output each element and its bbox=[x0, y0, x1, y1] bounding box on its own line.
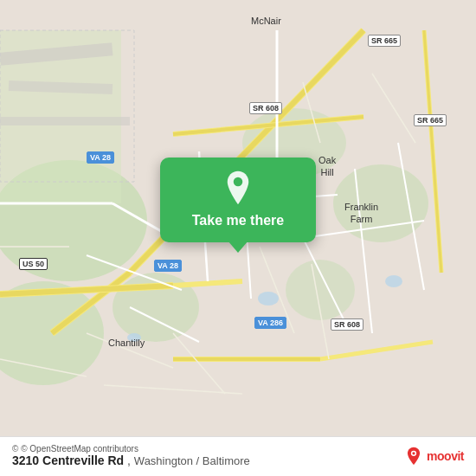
svg-point-52 bbox=[413, 452, 415, 454]
cta-label: Take me there bbox=[192, 213, 284, 228]
address-region: Washington / Baltimore bbox=[134, 454, 250, 467]
svg-point-50 bbox=[234, 177, 243, 187]
moovit-pin-icon bbox=[404, 447, 423, 466]
address-line: 3210 Centreville Rd bbox=[12, 453, 124, 467]
bottom-bar: © © OpenStreetMap contributors 3210 Cent… bbox=[0, 436, 476, 476]
svg-point-8 bbox=[258, 292, 279, 306]
cta-popup[interactable]: Take me there bbox=[160, 158, 316, 242]
moovit-brand-text: moovit bbox=[427, 449, 464, 463]
map-container: McNair OakHill FranklinFarm Chantilly VA… bbox=[0, 0, 476, 476]
bottom-left: © © OpenStreetMap contributors 3210 Cent… bbox=[12, 444, 250, 467]
address-text: 3210 Centreville Rd , Washington / Balti… bbox=[12, 453, 250, 467]
location-pin-icon bbox=[220, 170, 256, 206]
svg-point-10 bbox=[385, 275, 402, 287]
osm-link[interactable]: © OpenStreetMap contributors bbox=[21, 444, 138, 453]
moovit-logo: moovit bbox=[404, 447, 464, 466]
copyright-symbol: © bbox=[12, 444, 21, 453]
svg-rect-48 bbox=[0, 117, 130, 125]
address-separator: , bbox=[127, 453, 134, 467]
openstreetmap-credit: © © OpenStreetMap contributors bbox=[12, 444, 250, 453]
svg-point-9 bbox=[127, 333, 141, 342]
